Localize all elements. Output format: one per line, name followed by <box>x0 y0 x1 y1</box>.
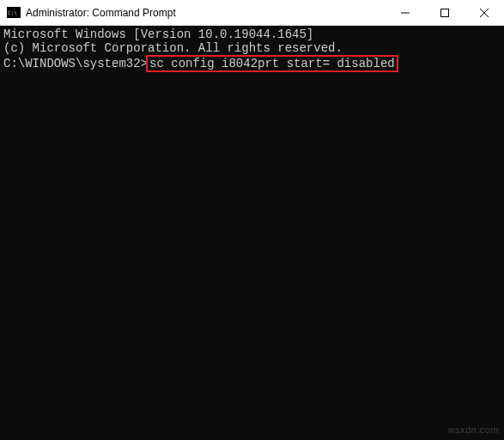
prompt-line: C:\WINDOWS\system32>sc config i8042prt s… <box>3 55 501 72</box>
titlebar[interactable]: Administrator: Command Prompt <box>0 0 504 26</box>
cmd-icon <box>7 7 21 18</box>
command-highlight: sc config i8042prt start= disabled <box>146 55 398 72</box>
version-line: Microsoft Windows [Version 10.0.19044.16… <box>3 28 501 41</box>
minimize-button[interactable] <box>386 0 425 25</box>
prompt-text: C:\WINDOWS\system32> <box>3 57 148 70</box>
svg-rect-1 <box>441 9 449 16</box>
copyright-line: (c) Microsoft Corporation. All rights re… <box>3 41 501 55</box>
window-controls <box>386 0 504 25</box>
terminal-area[interactable]: Microsoft Windows [Version 10.0.19044.16… <box>0 26 504 440</box>
window-title: Administrator: Command Prompt <box>26 7 386 19</box>
close-button[interactable] <box>465 0 504 25</box>
command-text: sc config i8042prt start= disabled <box>149 57 395 70</box>
command-prompt-window: Administrator: Command Prompt Microsoft … <box>0 0 504 440</box>
watermark: wsxdn.com <box>447 423 499 437</box>
maximize-button[interactable] <box>425 0 465 25</box>
